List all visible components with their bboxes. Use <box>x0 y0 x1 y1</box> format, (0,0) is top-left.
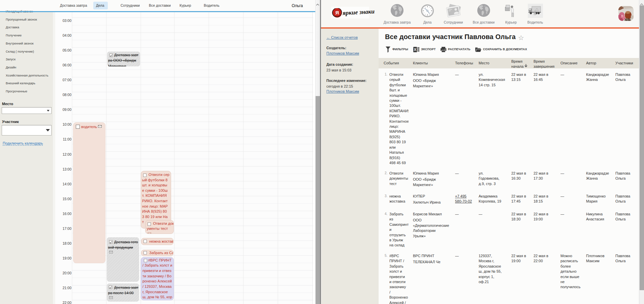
svg-text:Я: Я <box>335 10 339 16</box>
svg-text:X: X <box>414 48 417 52</box>
